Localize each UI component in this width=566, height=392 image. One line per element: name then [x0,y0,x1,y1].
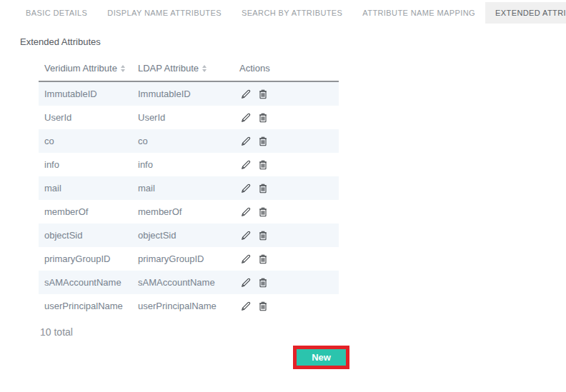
table-row: mail mail [39,176,339,200]
veridium-attribute-cell: memberOf [39,206,132,217]
veridium-attribute-cell: info [39,159,132,170]
edit-button[interactable] [239,229,252,242]
veridium-attribute-cell: co [39,136,132,146]
actions-cell [234,206,339,218]
veridium-attribute-cell: objectSid [39,230,132,241]
veridium-attribute-cell: mail [39,183,132,194]
column-header-veridium-attribute[interactable]: Veridium Attribute [39,63,132,74]
edit-button[interactable] [239,276,252,289]
delete-button[interactable] [257,88,269,101]
edit-icon [240,206,252,218]
extended-attributes-table: Veridium Attribute LDAP Attribute Action… [39,56,339,318]
tab-search-by-attributes[interactable]: SEARCH BY ATTRIBUTES [232,2,352,24]
delete-button[interactable] [257,159,269,171]
tab-attribute-name-mapping[interactable]: ATTRIBUTE NAME MAPPING [352,2,485,24]
ldap-attribute-cell: co [132,136,234,146]
veridium-attribute-cell: primaryGroupID [39,253,132,264]
table-row: ImmutableID ImmutableID [39,82,339,106]
ldap-attribute-cell: userPrincipalName [132,301,234,311]
new-button[interactable]: New [297,349,346,366]
actions-cell [234,229,339,242]
ldap-attribute-cell: ImmutableID [132,89,234,99]
edit-button[interactable] [239,159,252,171]
table-header-row: Veridium Attribute LDAP Attribute Action… [39,56,339,82]
delete-button[interactable] [257,253,269,266]
delete-button[interactable] [257,182,269,195]
ldap-attribute-cell: primaryGroupID [132,253,234,264]
table-row: primaryGroupID primaryGroupID [39,247,339,271]
extended-attributes-page: BASIC DETAILSDISPLAY NAME ATTRIBUTESSEAR… [0,0,566,392]
actions-cell [234,135,339,148]
edit-icon [240,89,252,100]
edit-icon [240,301,252,312]
ldap-attribute-cell: sAMAccountName [132,277,234,288]
table-row: co co [39,129,339,153]
actions-cell [234,300,339,313]
edit-icon [240,159,252,171]
sort-icon[interactable] [202,65,207,72]
edit-button[interactable] [239,253,252,266]
delete-button[interactable] [257,111,269,124]
trash-icon [257,89,269,100]
table-body: ImmutableID ImmutableID [39,82,339,318]
table-row: userPrincipalName userPrincipalName [39,294,339,318]
ldap-attribute-cell: info [132,159,234,170]
edit-button[interactable] [239,300,252,313]
edit-button[interactable] [239,111,252,124]
column-header-ldap-attribute[interactable]: LDAP Attribute [132,63,234,74]
edit-icon [240,253,252,265]
column-header-label: Actions [239,63,270,74]
tab-extended-attributes[interactable]: EXTENDED ATTRIBUTES [485,2,566,24]
delete-button[interactable] [257,300,269,313]
total-count-label: 10 total [40,326,566,338]
ldap-attribute-cell: memberOf [132,206,234,217]
table-row: sAMAccountName sAMAccountName [39,271,339,294]
veridium-attribute-cell: userPrincipalName [39,301,132,311]
edit-icon [240,112,252,124]
actions-cell [234,88,339,101]
table-row: UserId UserId [39,106,339,129]
veridium-attribute-cell: UserId [39,112,132,123]
table-row: memberOf memberOf [39,200,339,223]
edit-icon [240,230,252,241]
ldap-attribute-cell: mail [132,183,234,194]
column-header-label: LDAP Attribute [138,63,199,74]
delete-button[interactable] [257,135,269,148]
trash-icon [257,253,269,265]
actions-cell [234,276,339,289]
ldap-attribute-cell: UserId [132,112,234,123]
trash-icon [257,301,269,312]
delete-button[interactable] [257,276,269,289]
veridium-attribute-cell: sAMAccountName [39,277,132,288]
trash-icon [257,159,269,171]
page-title: Extended Attributes [20,36,566,47]
trash-icon [257,230,269,241]
column-header-label: Veridium Attribute [44,63,117,74]
tab-basic-details[interactable]: BASIC DETAILS [16,2,97,24]
actions-cell [234,253,339,266]
edit-button[interactable] [239,206,252,218]
trash-icon [257,136,269,147]
tab-display-name-attributes[interactable]: DISPLAY NAME ATTRIBUTES [97,2,232,24]
veridium-attribute-cell: ImmutableID [39,89,132,99]
edit-button[interactable] [239,182,252,195]
table-row: objectSid objectSid [39,223,339,247]
actions-cell [234,182,339,195]
edit-icon [240,183,252,194]
trash-icon [257,183,269,194]
trash-icon [257,112,269,124]
column-header-actions: Actions [234,63,339,74]
edit-icon [240,277,252,288]
edit-button[interactable] [239,135,252,148]
edit-icon [240,136,252,147]
trash-icon [257,206,269,218]
sort-icon[interactable] [121,65,125,72]
actions-cell [234,111,339,124]
trash-icon [257,277,269,288]
delete-button[interactable] [257,229,269,242]
red-highlight-box: New [293,346,349,369]
actions-cell [234,159,339,171]
table-row: info info [39,153,339,176]
delete-button[interactable] [257,206,269,218]
edit-button[interactable] [239,88,252,101]
